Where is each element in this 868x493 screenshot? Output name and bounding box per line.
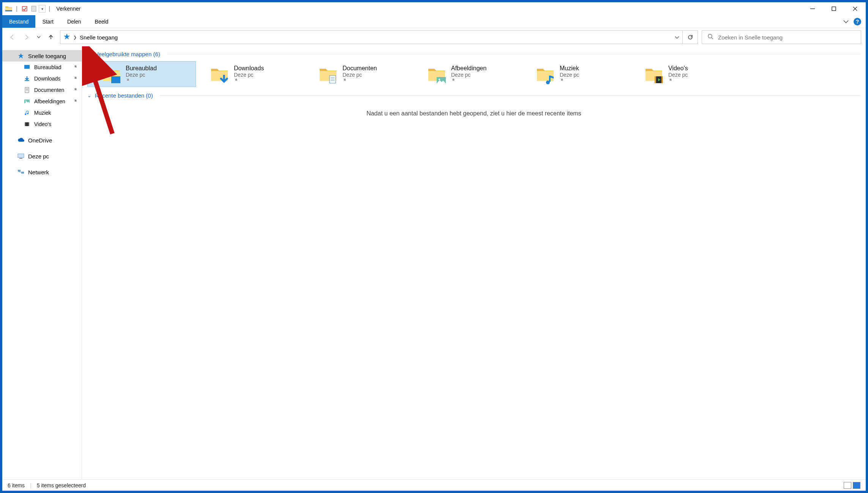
folder-tile-videos[interactable]: Video'sDeze pc bbox=[630, 61, 739, 87]
documents-icon bbox=[24, 87, 30, 93]
chevron-down-icon[interactable]: ⌄ bbox=[87, 93, 91, 98]
maximize-button[interactable] bbox=[823, 2, 844, 15]
sidebar-item-label: Snelle toegang bbox=[28, 53, 66, 59]
address-bar[interactable]: ❯ Snelle toegang bbox=[60, 30, 683, 44]
qat-newfolder-icon[interactable] bbox=[30, 5, 38, 13]
tab-delen[interactable]: Delen bbox=[60, 15, 88, 28]
svg-rect-2 bbox=[32, 6, 36, 11]
folder-icon bbox=[101, 64, 121, 84]
pin-icon bbox=[73, 64, 78, 70]
tab-bestand[interactable]: Bestand bbox=[2, 15, 35, 28]
forward-button[interactable] bbox=[21, 32, 32, 43]
svg-rect-37 bbox=[661, 76, 663, 83]
breadcrumb-separator-icon[interactable]: ❯ bbox=[73, 35, 77, 40]
sidebar-item-label: Afbeeldingen bbox=[34, 98, 65, 104]
view-large-icons-button[interactable] bbox=[853, 482, 860, 489]
sidebar-item-pictures[interactable]: Afbeeldingen bbox=[2, 96, 82, 107]
sidebar-item-desktop[interactable]: Bureaublad bbox=[2, 62, 82, 73]
status-item-count: 6 items bbox=[8, 482, 25, 488]
group-header-recent[interactable]: ⌄ Recente bestanden (0) bbox=[87, 92, 860, 99]
search-input[interactable] bbox=[718, 34, 855, 41]
help-icon[interactable]: ? bbox=[854, 18, 861, 25]
content-pane[interactable]: ⌄ Veelgebruikte mappen (6) ✓ BureaubladD… bbox=[82, 46, 866, 479]
back-button[interactable] bbox=[7, 32, 17, 43]
svg-rect-24 bbox=[21, 172, 24, 174]
chevron-down-icon[interactable]: ⌄ bbox=[87, 52, 91, 57]
ribbon-collapse-icon[interactable] bbox=[843, 18, 849, 25]
group-label: Veelgebruikte mappen bbox=[95, 51, 152, 57]
explorer-window: | ▾ | Verkenner Bestand Start Delen Beel… bbox=[2, 2, 866, 491]
tile-name: Video's bbox=[668, 65, 688, 72]
sidebar-item-label: Bureaublad bbox=[34, 64, 62, 70]
qat-properties-icon[interactable] bbox=[21, 5, 29, 13]
svg-marker-7 bbox=[64, 33, 70, 40]
folder-tile-pictures[interactable]: AfbeeldingenDeze pc bbox=[413, 61, 522, 87]
pictures-icon bbox=[24, 98, 30, 104]
recent-locations-button[interactable] bbox=[36, 32, 42, 43]
svg-rect-11 bbox=[24, 65, 30, 69]
group-header-frequent[interactable]: ⌄ Veelgebruikte mappen (6) bbox=[87, 51, 860, 57]
tile-location: Deze pc bbox=[342, 72, 377, 78]
folder-icon bbox=[427, 64, 447, 84]
svg-rect-0 bbox=[5, 10, 12, 11]
recent-empty-message: Nadat u een aantal bestanden hebt geopen… bbox=[87, 110, 860, 117]
sidebar-item-label: Muziek bbox=[34, 110, 51, 116]
quick-access-toolbar: | ▾ | bbox=[5, 5, 52, 13]
sidebar-item-music[interactable]: Muziek bbox=[2, 107, 82, 119]
svg-rect-27 bbox=[330, 76, 336, 83]
ribbon-tabs: Bestand Start Delen Beeld ? bbox=[2, 15, 866, 28]
frequent-folders-grid: ✓ BureaubladDeze pc DownloadsDeze pc Doc… bbox=[87, 61, 860, 87]
tab-start[interactable]: Start bbox=[35, 15, 60, 28]
folder-tile-downloads[interactable]: DownloadsDeze pc bbox=[196, 61, 305, 87]
svg-rect-36 bbox=[655, 76, 656, 83]
address-dropdown-button[interactable] bbox=[675, 34, 679, 41]
pin-icon bbox=[451, 78, 486, 84]
sidebar-item-downloads[interactable]: Downloads bbox=[2, 73, 82, 84]
sidebar-quick-access[interactable]: Snelle toegang bbox=[2, 50, 82, 62]
sidebar-item-label: Documenten bbox=[34, 87, 64, 93]
tab-beeld[interactable]: Beeld bbox=[88, 15, 115, 28]
tile-location: Deze pc bbox=[126, 72, 157, 78]
navigation-pane: Snelle toegang BureaubladDownloadsDocume… bbox=[2, 46, 82, 479]
star-icon bbox=[17, 53, 24, 59]
qat-dropdown-button[interactable]: ▾ bbox=[39, 5, 46, 13]
tile-name: Bureaublad bbox=[126, 65, 157, 72]
close-button[interactable] bbox=[844, 2, 866, 15]
downloads-icon bbox=[24, 76, 30, 82]
pin-icon bbox=[73, 76, 78, 82]
cloud-icon bbox=[17, 138, 24, 142]
folder-tile-documents[interactable]: DocumentenDeze pc bbox=[305, 61, 413, 87]
group-label: Recente bestanden bbox=[95, 92, 144, 99]
svg-marker-10 bbox=[18, 53, 24, 58]
svg-rect-20 bbox=[28, 122, 29, 126]
svg-rect-19 bbox=[25, 122, 25, 126]
sidebar-network[interactable]: Netwerk bbox=[2, 166, 82, 178]
view-details-button[interactable] bbox=[844, 482, 851, 489]
explorer-app-icon bbox=[5, 5, 13, 13]
sidebar-item-videos[interactable]: Video's bbox=[2, 119, 82, 130]
minimize-button[interactable] bbox=[802, 2, 823, 15]
separator: | bbox=[49, 5, 50, 12]
svg-line-9 bbox=[712, 38, 713, 39]
quick-access-icon bbox=[63, 33, 70, 41]
svg-rect-4 bbox=[832, 7, 836, 11]
pin-icon bbox=[342, 78, 377, 84]
selection-checkbox[interactable]: ✓ bbox=[91, 71, 98, 77]
folder-tile-music[interactable]: MuziekDeze pc bbox=[522, 61, 630, 87]
refresh-button[interactable] bbox=[683, 30, 698, 44]
sidebar-onedrive[interactable]: OneDrive bbox=[2, 134, 82, 146]
pin-icon bbox=[668, 78, 688, 84]
sidebar-item-documents[interactable]: Documenten bbox=[2, 84, 82, 96]
status-selected-count: 5 items geselecteerd bbox=[37, 482, 86, 488]
up-button[interactable] bbox=[46, 32, 56, 43]
music-icon bbox=[24, 110, 30, 116]
breadcrumb-location[interactable]: Snelle toegang bbox=[80, 34, 118, 41]
search-box[interactable] bbox=[702, 30, 861, 44]
group-count: 6 bbox=[155, 51, 158, 57]
svg-rect-22 bbox=[19, 158, 22, 159]
sidebar-this-pc[interactable]: Deze pc bbox=[2, 150, 82, 162]
folder-tile-desktop[interactable]: ✓ BureaubladDeze pc bbox=[87, 61, 196, 87]
svg-rect-21 bbox=[18, 154, 24, 158]
title-bar: | ▾ | Verkenner bbox=[2, 2, 866, 15]
sidebar-item-label: OneDrive bbox=[28, 137, 52, 144]
